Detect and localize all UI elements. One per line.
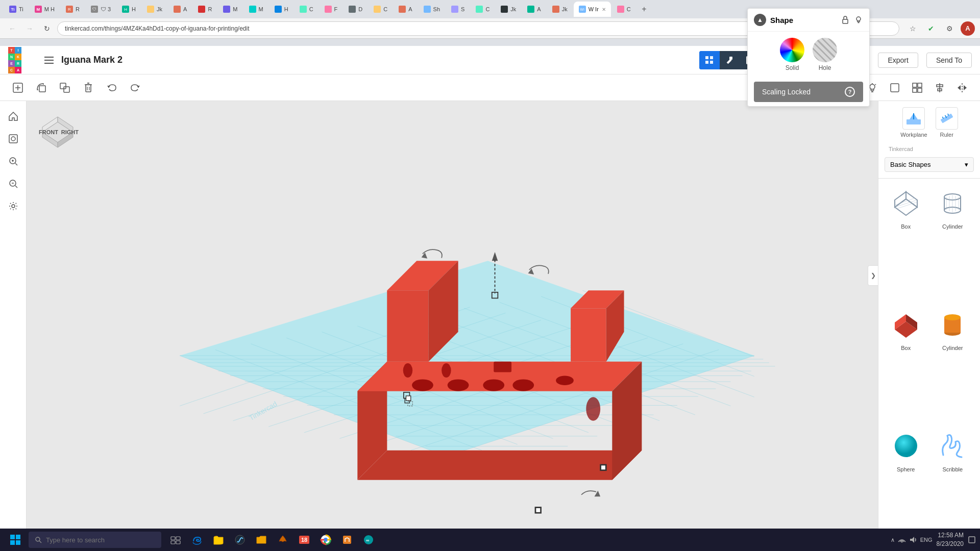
taskbar-app-18[interactable]: 18 (294, 531, 314, 549)
tab-a1[interactable]: A (168, 2, 192, 17)
align-button[interactable] (930, 78, 949, 97)
canvas-area[interactable]: Tinkercad FRONT RIGHT Edit Grid (27, 101, 878, 551)
tab-ti[interactable]: Ti Ti (4, 2, 29, 17)
tab-a3[interactable]: A (522, 2, 546, 17)
group-button[interactable] (908, 78, 927, 97)
copy-button[interactable] (32, 78, 51, 97)
taskbar-date-text: 8/23/2020 (937, 540, 964, 548)
tab-s[interactable]: S (446, 2, 470, 17)
shape-item-solid-box[interactable]: Box (885, 306, 927, 423)
shape-item-sphere[interactable]: Sphere (885, 428, 927, 545)
duplicate-button[interactable] (55, 78, 75, 97)
logo-t: T (8, 47, 15, 54)
scribble-label: Scribble (942, 466, 963, 472)
reload-button[interactable]: ↻ (40, 21, 54, 36)
shape-item-solid-cylinder[interactable]: Cylinder (932, 306, 974, 423)
redo-button[interactable] (126, 78, 145, 97)
tray-expand[interactable]: ∧ (891, 537, 895, 543)
back-button[interactable]: ← (5, 21, 19, 36)
dropdown-arrow: ▾ (965, 161, 968, 168)
volume-icon (909, 536, 917, 544)
taskbar-app-taskview[interactable] (165, 531, 186, 549)
tab-jk2[interactable]: Jk (496, 2, 521, 17)
tab-c4[interactable]: C (612, 2, 636, 17)
tab-sh[interactable]: Sh (419, 2, 445, 17)
start-button[interactable] (4, 531, 27, 549)
svg-rect-181 (969, 537, 975, 543)
viewport-cube[interactable]: FRONT RIGHT (35, 109, 81, 155)
grid-view-button[interactable] (699, 51, 720, 69)
zoom-in-button[interactable] (4, 152, 22, 170)
tab-jk3[interactable]: Jk (547, 2, 573, 17)
tab-jk1[interactable]: Jk (142, 2, 167, 17)
tab-h2[interactable]: H (270, 2, 293, 17)
send-to-button[interactable]: Send To (926, 53, 972, 68)
taskbar-app-chrome[interactable] (315, 531, 336, 549)
tab-m3[interactable]: M (244, 2, 268, 17)
tab-c1[interactable]: C (295, 2, 318, 17)
export-button[interactable]: Export (878, 53, 918, 68)
profile-avatar[interactable]: A (961, 21, 975, 36)
tab-f[interactable]: F (320, 2, 343, 17)
panel-expand-button[interactable]: ❯ (868, 265, 878, 286)
shape-tool-button[interactable] (885, 78, 904, 97)
zoom-out-button[interactable] (4, 174, 22, 193)
settings-button[interactable] (4, 197, 22, 215)
svg-rect-123 (536, 508, 541, 512)
taskbar-app-edge[interactable] (187, 531, 207, 549)
tab-h1[interactable]: H H (117, 2, 141, 17)
taskbar-app-folder[interactable] (251, 531, 272, 549)
shape-item-wire-box[interactable]: Box (885, 185, 927, 302)
tab-c3[interactable]: C (471, 2, 495, 17)
taskbar-app-hawk[interactable] (273, 531, 293, 549)
ruler-label: Ruler (940, 132, 953, 138)
forward-button[interactable]: → (22, 21, 37, 36)
tab-r2[interactable]: R (193, 2, 217, 17)
logo-r2: R (15, 60, 21, 67)
shapes-category-dropdown[interactable]: Basic Shapes ▾ (885, 157, 974, 172)
svg-rect-20 (86, 85, 91, 92)
tab-close[interactable]: ✕ (602, 7, 606, 12)
ruler-button[interactable]: Ruler (936, 107, 958, 138)
tinkercad-logo[interactable]: T I N K E R C A (8, 47, 35, 73)
tab-d[interactable]: D (344, 2, 368, 17)
tab-m1[interactable]: M M H (30, 2, 60, 17)
new-shape-icon (12, 82, 23, 93)
undo-button[interactable] (102, 78, 121, 97)
sphere-icon (888, 428, 924, 464)
tab-r[interactable]: R R (61, 2, 85, 17)
tab-wir[interactable]: Wi W Ir ✕ (574, 2, 611, 17)
shape-item-wire-cylinder[interactable]: Cylinder (932, 185, 974, 302)
url-text: tinkercad.com/things/4MZ4Ka4hDd1-copy-of… (65, 25, 250, 32)
taskbar-app-arduino[interactable]: ∞ (358, 531, 379, 549)
taskbar-search-input[interactable] (46, 536, 148, 544)
taskbar-search[interactable] (29, 532, 161, 548)
tab-shield[interactable]: 🛡 🛡 3 (86, 2, 116, 17)
home-button[interactable] (4, 107, 22, 126)
notification-icon[interactable] (968, 536, 976, 544)
hammer-view-button[interactable] (720, 51, 740, 69)
shape-item-scribble[interactable]: Scribble (932, 428, 974, 545)
tab-c2[interactable]: C (369, 2, 393, 17)
logo-n: N (8, 54, 15, 60)
language-indicator: ENG (920, 537, 933, 543)
taskbar-app-orange[interactable] (337, 531, 357, 549)
settings-nav-button[interactable]: ⚙ (942, 21, 957, 36)
tab-a2[interactable]: A (394, 2, 417, 17)
new-tab-button[interactable]: + (637, 2, 651, 16)
menu-button[interactable] (41, 52, 57, 68)
mirror-button[interactable] (952, 78, 972, 97)
new-shape-button[interactable] (8, 78, 28, 97)
workplane-button[interactable]: Workplane (900, 107, 927, 138)
windows-icon (10, 534, 21, 545)
extensions-button[interactable]: ✔ (924, 21, 938, 36)
shape-outline-icon (889, 82, 900, 93)
scaling-locked-button[interactable]: Scaling Locked ? (754, 101, 863, 102)
bookmark-button[interactable]: ☆ (905, 21, 920, 36)
svg-rect-0 (44, 57, 54, 58)
tab-m2[interactable]: M (218, 2, 242, 17)
delete-button[interactable] (79, 78, 98, 97)
fit-view-button[interactable] (4, 130, 22, 148)
taskbar-app-steam[interactable] (230, 531, 250, 549)
taskbar-app-files[interactable] (208, 531, 229, 549)
